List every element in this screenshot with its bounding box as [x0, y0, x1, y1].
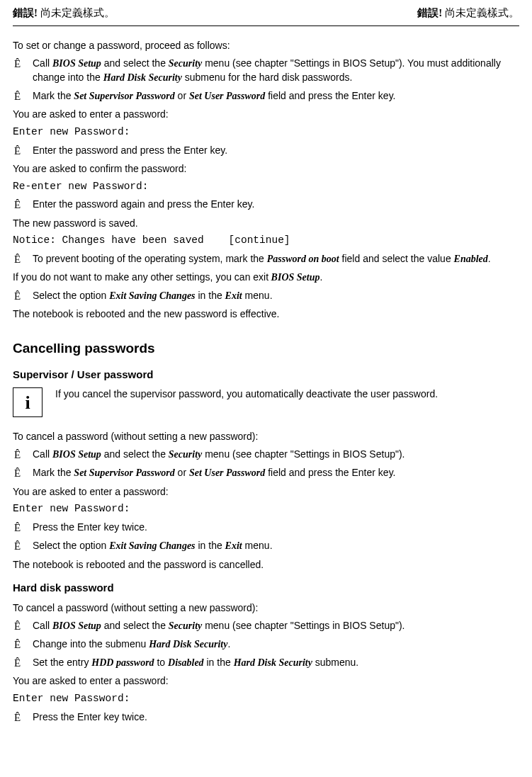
reboot-cancel: The notebook is rebooted and the passwor… — [13, 558, 519, 572]
header-right: 錯誤! 尚未定義樣式。 — [417, 6, 519, 20]
info-icon: i — [13, 387, 43, 417]
info-text: If you cancel the supervisor password, y… — [55, 387, 519, 401]
step-marker: Ê — [13, 466, 33, 480]
mono-reenter: Re-enter new Password: — [13, 180, 519, 194]
mono-notice: Notice: Changes have been saved [continu… — [13, 234, 519, 248]
cancel-step-4-text: Select the option Exit Saving Changes in… — [33, 539, 519, 553]
step-marker: Ê — [13, 619, 33, 633]
step-marker: Ê — [13, 289, 33, 303]
step-1: Ê Call BIOS Setup and select the Securit… — [13, 57, 519, 85]
to-cancel-1: To cancel a password (without setting a … — [13, 430, 519, 443]
intro-text: To set or change a password, proceed as … — [13, 39, 519, 52]
new-saved: The new password is saved. — [13, 217, 519, 230]
to-cancel-2: To cancel a password (without setting a … — [13, 601, 519, 615]
hdd-step-4-text: Press the Enter key twice. — [33, 710, 519, 725]
step-marker: Ê — [13, 198, 33, 212]
if-not-text: If you do not want to make any other set… — [13, 271, 519, 285]
step-5: Ê To prevent booting of the operating sy… — [13, 252, 519, 266]
subhead-sup-user: Supervisor / User password — [13, 368, 519, 382]
mono-enter-2: Enter new Password: — [13, 502, 519, 516]
mono-enter: Enter new Password: — [13, 125, 519, 140]
step-marker: Ê — [13, 252, 33, 266]
step-marker: Ê — [13, 448, 33, 462]
asked-enter: You are asked to enter a password: — [13, 108, 519, 121]
info-callout: i If you cancel the supervisor password,… — [13, 387, 519, 417]
asked-enter-3: You are asked to enter a password: — [13, 674, 519, 688]
cancel-step-2: Ê Mark the Set Supervisor Password or Se… — [13, 466, 519, 480]
cancel-step-1-text: Call BIOS Setup and select the Security … — [33, 448, 519, 462]
step-4-text: Enter the password again and press the E… — [33, 198, 519, 212]
mono-enter-3: Enter new Password: — [13, 692, 519, 706]
step-3-text: Enter the password and press the Enter k… — [33, 144, 519, 158]
hdd-step-4: Ê Press the Enter key twice. — [13, 710, 519, 725]
hdd-step-1-text: Call BIOS Setup and select the Security … — [33, 619, 519, 633]
header-right-rest: 尚未定義樣式。 — [442, 7, 519, 18]
cancel-step-3: Ê Press the Enter key twice. — [13, 521, 519, 535]
heading-cancelling: Cancelling passwords — [13, 339, 519, 358]
step-6-text: Select the option Exit Saving Changes in… — [33, 289, 519, 303]
hdd-step-1: Ê Call BIOS Setup and select the Securit… — [13, 619, 519, 633]
cancel-step-1: Ê Call BIOS Setup and select the Securit… — [13, 448, 519, 462]
cancel-step-3-text: Press the Enter key twice. — [33, 521, 519, 535]
hdd-step-3-text: Set the entry HDD password to Disabled i… — [33, 656, 519, 670]
header-left-err: 錯誤! — [13, 7, 38, 18]
step-marker: Ê — [13, 539, 33, 553]
step-marker: Ê — [13, 57, 33, 85]
step-marker: Ê — [13, 710, 33, 725]
header-left-rest: 尚未定義樣式。 — [38, 7, 115, 18]
subhead-hdd: Hard disk password — [13, 581, 519, 595]
page-header: 錯誤! 尚未定義樣式。 錯誤! 尚未定義樣式。 — [13, 6, 519, 26]
step-marker: Ê — [13, 89, 33, 103]
step-2-text: Mark the Set Supervisor Password or Set … — [33, 89, 519, 103]
step-1-text: Call BIOS Setup and select the Security … — [33, 57, 519, 85]
step-2: Ê Mark the Set Supervisor Password or Se… — [13, 89, 519, 103]
header-right-err: 錯誤! — [417, 7, 442, 18]
hdd-step-2: Ê Change into the submenu Hard Disk Secu… — [13, 637, 519, 652]
step-3: Ê Enter the password and press the Enter… — [13, 144, 519, 158]
asked-enter-2: You are asked to enter a password: — [13, 485, 519, 499]
asked-confirm: You are asked to confirm the password: — [13, 162, 519, 176]
step-marker: Ê — [13, 656, 33, 670]
step-marker: Ê — [13, 637, 33, 652]
step-5-text: To prevent booting of the operating syst… — [33, 252, 519, 266]
cancel-step-2-text: Mark the Set Supervisor Password or Set … — [33, 466, 519, 480]
step-marker: Ê — [13, 521, 33, 535]
cancel-step-4: Ê Select the option Exit Saving Changes … — [13, 539, 519, 553]
hdd-step-3: Ê Set the entry HDD password to Disabled… — [13, 656, 519, 670]
step-6: Ê Select the option Exit Saving Changes … — [13, 289, 519, 303]
header-left: 錯誤! 尚未定義樣式。 — [13, 6, 115, 20]
hdd-step-2-text: Change into the submenu Hard Disk Securi… — [33, 637, 519, 652]
step-marker: Ê — [13, 144, 33, 158]
step-4: Ê Enter the password again and press the… — [13, 198, 519, 212]
reboot-effective: The notebook is rebooted and the new pas… — [13, 307, 519, 321]
